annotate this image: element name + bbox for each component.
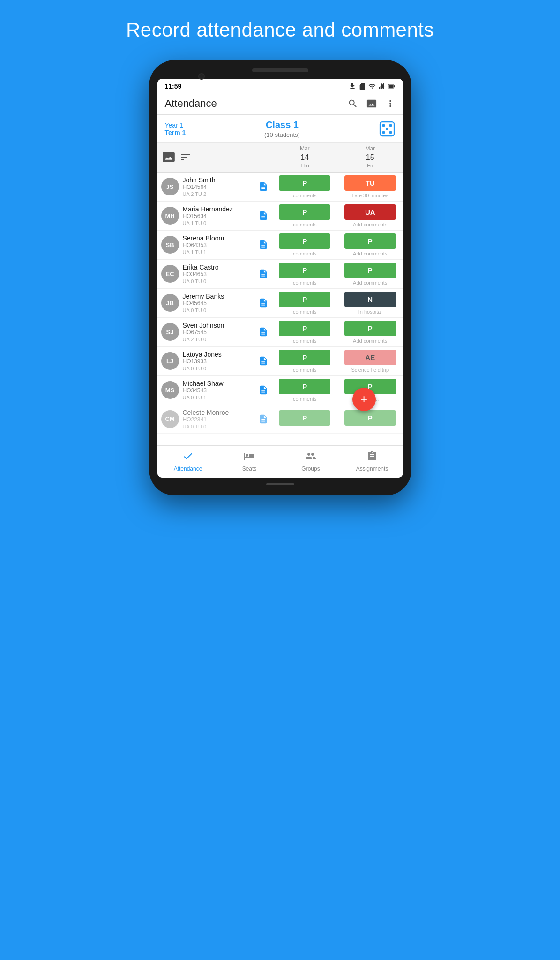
more-options-icon[interactable] xyxy=(385,98,396,109)
student-name-7: Michael Shaw xyxy=(183,380,254,387)
att-badge-4-1[interactable]: N xyxy=(344,292,396,307)
attendance-nav-icon xyxy=(182,450,194,464)
att-badge-6-0[interactable]: P xyxy=(279,350,330,365)
doc-icon-5[interactable] xyxy=(258,327,269,337)
attendance-cols-7: P comments P Add c... xyxy=(272,376,403,405)
wifi-icon xyxy=(368,82,376,90)
att-badge-3-1[interactable]: P xyxy=(344,262,396,278)
nav-attendance[interactable]: Attendance xyxy=(157,449,219,474)
att-cell-2-0: P comments xyxy=(272,231,338,259)
att-cell-1-1: UA Add comments xyxy=(337,202,403,230)
student-stats-2: UA 1 TU 1 xyxy=(183,249,254,255)
doc-icon-0[interactable] xyxy=(258,181,269,192)
svg-point-10 xyxy=(382,131,385,134)
att-comment-4-0[interactable]: comments xyxy=(293,309,317,315)
att-cell-4-1: N In hospital xyxy=(337,289,403,317)
att-badge-0-0[interactable]: P xyxy=(279,175,330,191)
att-row-8: P P xyxy=(272,405,403,433)
att-badge-5-0[interactable]: P xyxy=(279,321,330,336)
year-label: Year 1 xyxy=(165,121,186,129)
nav-assignments[interactable]: Assignments xyxy=(342,449,403,474)
student-stats-7: UA 0 TU 1 xyxy=(183,395,254,400)
att-comment-0-0[interactable]: comments xyxy=(293,193,317,198)
status-icons xyxy=(349,82,396,90)
attendance-cols-2: P comments P Add comments xyxy=(272,231,403,259)
doc-icon-1[interactable] xyxy=(258,210,269,221)
nav-seats[interactable]: Seats xyxy=(219,449,280,474)
att-badge-3-0[interactable]: P xyxy=(279,262,330,278)
att-comment-0-1[interactable]: Late 30 minutes xyxy=(352,193,388,198)
att-comment-6-0[interactable]: comments xyxy=(293,367,317,373)
att-cell-1-0: P comments xyxy=(272,202,338,230)
att-row-7: P comments P Add c... xyxy=(272,376,403,405)
att-comment-2-0[interactable]: comments xyxy=(293,251,317,256)
att-badge-4-0[interactable]: P xyxy=(279,292,330,307)
att-badge-7-0[interactable]: P xyxy=(279,379,330,394)
student-name-6: Latoya Jones xyxy=(183,351,254,358)
svg-rect-0 xyxy=(379,87,380,89)
svg-point-11 xyxy=(389,131,392,134)
att-badge-2-1[interactable]: P xyxy=(344,233,396,249)
class-center[interactable]: Class 1 (10 students) xyxy=(264,120,300,138)
doc-icon-8[interactable] xyxy=(258,414,269,424)
att-row-2: P comments P Add comments xyxy=(272,231,403,259)
att-comment-4-1[interactable]: In hospital xyxy=(358,309,382,315)
att-badge-5-1[interactable]: P xyxy=(344,321,396,336)
student-avatar-0: JS xyxy=(161,178,179,195)
student-row: SJ Sven Johnson HO67545 UA 2 TU 0 P comm… xyxy=(157,318,403,347)
doc-icon-3[interactable] xyxy=(258,269,269,279)
att-badge-2-0[interactable]: P xyxy=(279,233,330,249)
student-id-8: HO22341 xyxy=(183,416,254,423)
doc-icon-6[interactable] xyxy=(258,356,269,366)
sim-icon xyxy=(358,82,366,90)
svg-point-12 xyxy=(386,128,388,130)
att-badge-1-0[interactable]: P xyxy=(279,204,330,220)
att-badge-1-1[interactable]: UA xyxy=(344,204,396,220)
att-badge-8-0[interactable]: P xyxy=(279,410,330,426)
student-details-6: Latoya Jones HO13933 UA 0 TU 0 xyxy=(183,351,254,371)
student-avatar-3: EC xyxy=(161,265,179,283)
att-badge-6-1[interactable]: AE xyxy=(344,350,396,365)
attendance-cols-0: P comments TU Late 30 minutes xyxy=(272,172,403,201)
phone-camera xyxy=(198,73,205,80)
svg-point-8 xyxy=(382,124,385,127)
image-icon[interactable] xyxy=(366,98,377,109)
doc-icon-2[interactable] xyxy=(258,240,269,250)
doc-icon-4[interactable] xyxy=(258,298,269,308)
att-cell-0-1: TU Late 30 minutes xyxy=(337,172,403,201)
att-badge-0-1[interactable]: TU xyxy=(344,175,396,191)
search-icon[interactable] xyxy=(348,98,358,109)
att-comment-1-1[interactable]: Add comments xyxy=(353,222,387,227)
nav-groups-label: Groups xyxy=(301,465,320,472)
att-comment-6-1[interactable]: Science field trip xyxy=(351,367,389,373)
home-button[interactable] xyxy=(266,483,294,485)
groups-nav-icon xyxy=(305,450,316,464)
student-details-7: Michael Shaw HO34543 UA 0 TU 1 xyxy=(183,380,254,400)
doc-icon-7[interactable] xyxy=(258,385,269,395)
student-name-3: Erika Castro xyxy=(183,263,254,271)
student-info-7: MS Michael Shaw HO34543 UA 0 TU 1 xyxy=(157,376,272,405)
student-id-4: HO45645 xyxy=(183,300,254,307)
header-sort-icon[interactable] xyxy=(180,151,191,163)
fab-button[interactable]: + xyxy=(352,388,376,411)
att-badge-8-1[interactable]: P xyxy=(344,410,396,426)
att-cell-7-0: P comments xyxy=(272,376,338,405)
svg-rect-3 xyxy=(383,83,384,89)
student-details-0: John Smith HO14564 UA 2 TU 2 xyxy=(183,176,254,197)
att-comment-5-0[interactable]: comments xyxy=(293,338,317,344)
nav-attendance-label: Attendance xyxy=(174,465,202,472)
att-comment-1-0[interactable]: comments xyxy=(293,222,317,227)
student-name-1: Maria Hernandez xyxy=(183,205,254,213)
att-comment-7-0[interactable]: comments xyxy=(293,396,317,402)
att-cell-6-0: P comments xyxy=(272,347,338,375)
student-details-8: Celeste Monroe HO22341 UA 0 TU 0 xyxy=(183,409,254,429)
att-comment-2-1[interactable]: Add comments xyxy=(353,251,387,256)
nav-groups[interactable]: Groups xyxy=(280,449,342,474)
att-comment-3-0[interactable]: comments xyxy=(293,280,317,285)
student-info-1: MH Maria Hernandez HO15634 UA 1 TU 0 xyxy=(157,202,272,230)
attendance-cols-8: P P xyxy=(272,405,403,433)
att-comment-3-1[interactable]: Add comments xyxy=(353,280,387,285)
att-row-0: P comments TU Late 30 minutes xyxy=(272,172,403,201)
att-comment-5-1[interactable]: Add comments xyxy=(353,338,387,344)
dice-icon[interactable] xyxy=(379,120,396,137)
